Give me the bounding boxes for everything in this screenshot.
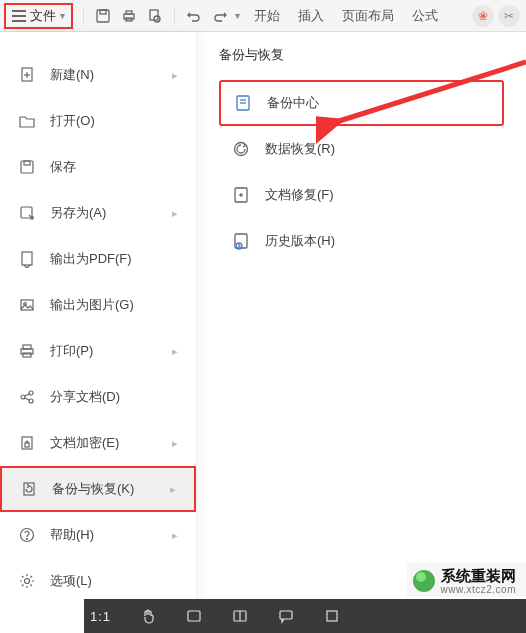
option-doc-repair[interactable]: 文档修复(F) bbox=[219, 172, 504, 218]
printer-icon bbox=[18, 342, 36, 360]
chevron-right-icon: ▸ bbox=[172, 345, 178, 358]
sidebar-item-label: 帮助(H) bbox=[50, 526, 172, 544]
cut-icon[interactable]: ✂ bbox=[498, 5, 520, 27]
top-toolbar: 文件 ▾ ▾ 开始 插入 页面布局 公式 ❀ ✂ bbox=[0, 0, 526, 32]
svg-rect-46 bbox=[327, 611, 337, 621]
new-file-icon bbox=[18, 66, 36, 84]
svg-rect-3 bbox=[126, 11, 132, 14]
redo-icon[interactable] bbox=[211, 7, 229, 25]
svg-rect-13 bbox=[22, 252, 32, 265]
folder-open-icon bbox=[18, 112, 36, 130]
hamburger-icon bbox=[12, 10, 26, 22]
sidebar-item-share[interactable]: 分享文档(D) bbox=[0, 374, 196, 420]
option-label: 备份中心 bbox=[267, 94, 319, 112]
svg-point-20 bbox=[29, 391, 33, 395]
chevron-right-icon: ▸ bbox=[172, 69, 178, 82]
bottombar-cover bbox=[0, 599, 84, 633]
sidebar-item-label: 输出为PDF(F) bbox=[50, 250, 178, 268]
backup-restore-panel: 备份与恢复 备份中心 数据恢复(R) 文档修复(F) 历史版本(H) bbox=[197, 32, 526, 602]
svg-rect-17 bbox=[23, 345, 31, 349]
svg-point-6 bbox=[154, 16, 160, 22]
option-data-recovery[interactable]: 数据恢复(R) bbox=[219, 126, 504, 172]
sidebar-item-open[interactable]: 打开(O) bbox=[0, 98, 196, 144]
sidebar-item-label: 打开(O) bbox=[50, 112, 178, 130]
sidebar-item-export-pdf[interactable]: 输出为PDF(F) bbox=[0, 236, 196, 282]
option-label: 历史版本(H) bbox=[265, 232, 335, 250]
sidebar-item-label: 打印(P) bbox=[50, 342, 172, 360]
save-icon[interactable] bbox=[94, 7, 112, 25]
save-as-icon bbox=[18, 204, 36, 222]
chevron-down-icon: ▾ bbox=[60, 10, 65, 21]
comment-icon[interactable] bbox=[277, 607, 295, 625]
history-icon bbox=[231, 231, 251, 251]
svg-line-23 bbox=[25, 398, 29, 400]
tab-insert[interactable]: 插入 bbox=[298, 7, 324, 25]
svg-rect-0 bbox=[97, 10, 109, 22]
section-title: 备份与恢复 bbox=[219, 46, 504, 64]
sidebar-item-help[interactable]: 帮助(H) ▸ bbox=[0, 512, 196, 558]
svg-rect-45 bbox=[280, 611, 292, 619]
option-history-versions[interactable]: 历史版本(H) bbox=[219, 218, 504, 264]
backup-center-icon bbox=[233, 93, 253, 113]
sidebar-item-export-image[interactable]: 输出为图片(G) bbox=[0, 282, 196, 328]
watermark-logo-icon bbox=[413, 570, 435, 592]
gear-icon bbox=[18, 572, 36, 590]
svg-rect-11 bbox=[24, 161, 30, 165]
chevron-right-icon: ▸ bbox=[172, 207, 178, 220]
sidebar-item-label: 分享文档(D) bbox=[50, 388, 178, 406]
sidebar-item-print[interactable]: 打印(P) ▸ bbox=[0, 328, 196, 374]
notification-icon[interactable]: ❀ bbox=[472, 5, 494, 27]
sidebar-item-label: 另存为(A) bbox=[50, 204, 172, 222]
file-menu-button[interactable]: 文件 ▾ bbox=[4, 3, 73, 29]
chevron-right-icon: ▸ bbox=[170, 483, 176, 496]
sidebar-item-save-as[interactable]: 另存为(A) ▸ bbox=[0, 190, 196, 236]
backup-icon bbox=[20, 480, 38, 498]
tab-page-layout[interactable]: 页面布局 bbox=[342, 7, 394, 25]
share-icon bbox=[18, 388, 36, 406]
undo-icon[interactable] bbox=[185, 7, 203, 25]
chevron-down-icon[interactable]: ▾ bbox=[235, 10, 240, 21]
sidebar-item-backup-restore[interactable]: 备份与恢复(K) ▸ bbox=[0, 466, 196, 512]
main-area: 新建(N) ▸ 打开(O) 保存 另存为(A) ▸ 输出为PDF(F) 输出为图… bbox=[0, 32, 526, 602]
tab-formula[interactable]: 公式 bbox=[412, 7, 438, 25]
tab-start[interactable]: 开始 bbox=[254, 7, 280, 25]
sidebar-item-encrypt[interactable]: 文档加密(E) ▸ bbox=[0, 420, 196, 466]
repair-icon bbox=[231, 185, 251, 205]
help-icon bbox=[18, 526, 36, 544]
zoom-level[interactable]: 1:1 bbox=[90, 609, 111, 624]
recovery-icon bbox=[231, 139, 251, 159]
print-icon[interactable] bbox=[120, 7, 138, 25]
fullscreen-icon[interactable] bbox=[323, 607, 341, 625]
svg-rect-42 bbox=[188, 611, 200, 621]
file-menu-label: 文件 bbox=[30, 7, 56, 25]
ribbon-tabs: 开始 插入 页面布局 公式 bbox=[254, 7, 438, 25]
toolbar-right: ❀ ✂ bbox=[472, 5, 520, 27]
svg-point-19 bbox=[21, 395, 25, 399]
watermark-url: www.xtcz2.com bbox=[441, 584, 516, 595]
sidebar-item-label: 输出为图片(G) bbox=[50, 296, 178, 314]
sidebar-item-label: 文档加密(E) bbox=[50, 434, 172, 452]
sidebar-item-label: 备份与恢复(K) bbox=[52, 480, 170, 498]
svg-point-29 bbox=[25, 579, 30, 584]
watermark: 系统重装网 www.xtcz2.com bbox=[407, 563, 526, 597]
lock-icon bbox=[18, 434, 36, 452]
preview-icon[interactable] bbox=[146, 7, 164, 25]
svg-point-28 bbox=[27, 539, 28, 540]
view-mode-icon[interactable] bbox=[185, 607, 203, 625]
sidebar-item-label: 保存 bbox=[50, 158, 178, 176]
divider bbox=[174, 7, 175, 25]
sidebar-item-save[interactable]: 保存 bbox=[0, 144, 196, 190]
hand-tool-icon[interactable] bbox=[139, 607, 157, 625]
image-export-icon bbox=[18, 296, 36, 314]
svg-rect-25 bbox=[25, 443, 29, 447]
pdf-export-icon bbox=[18, 250, 36, 268]
sidebar-item-new[interactable]: 新建(N) ▸ bbox=[0, 52, 196, 98]
chevron-right-icon: ▸ bbox=[172, 529, 178, 542]
sidebar-item-options[interactable]: 选项(L) bbox=[0, 558, 196, 604]
chevron-right-icon: ▸ bbox=[172, 437, 178, 450]
reading-mode-icon[interactable] bbox=[231, 607, 249, 625]
option-backup-center[interactable]: 备份中心 bbox=[219, 80, 504, 126]
sidebar-item-label: 新建(N) bbox=[50, 66, 172, 84]
svg-rect-10 bbox=[21, 161, 33, 173]
save-icon bbox=[18, 158, 36, 176]
